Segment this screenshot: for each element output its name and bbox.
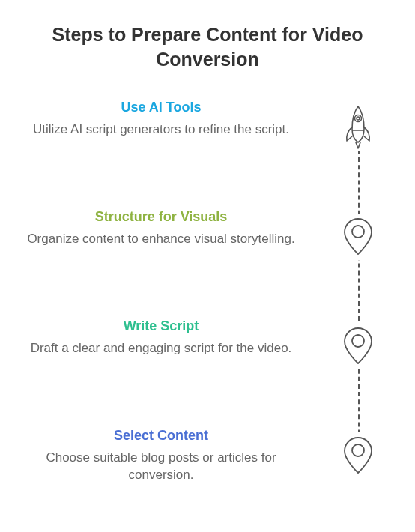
svg-point-3 xyxy=(352,226,364,238)
step-text: Write Script Draft a clear and engaging … xyxy=(22,318,300,357)
page-title: Steps to Prepare Content for Video Conve… xyxy=(0,0,415,71)
step-description: Draft a clear and engaging script for th… xyxy=(22,340,300,357)
step-text: Structure for Visuals Organize content t… xyxy=(22,209,300,248)
steps-container: Use AI Tools Utilize AI script generator… xyxy=(0,86,415,524)
step-title: Select Content xyxy=(22,428,300,444)
map-pin-icon xyxy=(339,432,378,479)
step-text: Use AI Tools Utilize AI script generator… xyxy=(22,100,300,139)
svg-point-5 xyxy=(352,444,364,456)
step-item: Write Script Draft a clear and engaging … xyxy=(0,305,415,414)
step-title: Write Script xyxy=(22,318,300,334)
step-title: Structure for Visuals xyxy=(22,209,300,225)
step-item: Use AI Tools Utilize AI script generator… xyxy=(0,86,415,196)
step-text: Select Content Choose suitable blog post… xyxy=(22,428,300,484)
step-item: Select Content Choose suitable blog post… xyxy=(0,414,415,524)
step-item: Structure for Visuals Organize content t… xyxy=(0,196,415,305)
rocket-icon xyxy=(339,104,378,151)
svg-point-1 xyxy=(357,117,360,120)
map-pin-icon xyxy=(339,323,378,369)
step-description: Organize content to enhance visual story… xyxy=(22,231,300,248)
map-pin-icon xyxy=(339,214,378,260)
step-title: Use AI Tools xyxy=(22,100,300,115)
svg-point-0 xyxy=(355,115,362,122)
step-description: Choose suitable blog posts or articles f… xyxy=(22,450,300,484)
svg-point-4 xyxy=(352,335,364,347)
step-description: Utilize AI script generators to refine t… xyxy=(22,121,300,139)
